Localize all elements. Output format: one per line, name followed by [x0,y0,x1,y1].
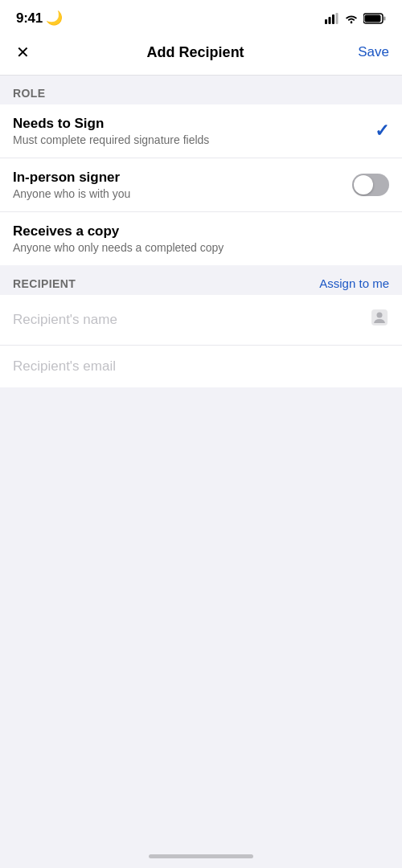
battery-icon [363,13,386,24]
wifi-icon [344,13,359,24]
save-button[interactable]: Save [358,44,389,60]
svg-rect-1 [329,17,331,24]
status-time: 9:41 🌙 [16,10,63,27]
nav-bar: ✕ Add Recipient Save [0,31,402,76]
role-needs-to-sign-title: Needs to Sign [13,116,209,132]
recipient-name-placeholder: Recipient's name [13,312,117,328]
home-indicator [149,854,253,858]
role-receives-copy-title: Receives a copy [13,223,224,240]
svg-rect-7 [365,14,381,22]
role-receives-copy-subtitle: Anyone who only needs a completed copy [13,241,224,254]
role-in-person-title: In-person signer [13,170,130,186]
role-needs-to-sign[interactable]: Needs to Sign Must complete required sig… [0,104,402,158]
recipient-name-field[interactable]: Recipient's name [0,295,402,346]
svg-rect-3 [336,13,338,24]
selected-checkmark: ✓ [375,121,389,141]
status-icons [325,13,386,24]
svg-point-9 [377,313,383,318]
recipient-label: Recipient [13,277,76,290]
role-needs-to-sign-subtitle: Must complete required signature fields [13,133,209,146]
contact-icon [370,308,389,332]
in-person-toggle[interactable] [352,174,389,196]
page-title: Add Recipient [147,44,244,61]
role-options-card: Needs to Sign Must complete required sig… [0,104,402,265]
role-section-header: Role [0,76,402,104]
toggle-thumb [354,175,373,194]
close-button[interactable]: ✕ [13,39,33,65]
role-in-person-signer[interactable]: In-person signer Anyone who is with you [0,158,402,212]
signal-icon [325,13,339,24]
recipient-email-field[interactable]: Recipient's email [0,346,402,387]
svg-rect-2 [332,14,334,24]
recipient-fields-card: Recipient's name Recipient's email [0,295,402,387]
assign-to-me-button[interactable]: Assign to me [319,276,389,290]
status-bar: 9:41 🌙 [0,0,402,31]
role-receives-copy[interactable]: Receives a copy Anyone who only needs a … [0,212,402,265]
bottom-area [0,387,402,709]
moon-icon: 🌙 [43,10,63,26]
svg-rect-6 [384,16,386,20]
recipient-section-header: Recipient Assign to me [0,265,402,295]
role-in-person-subtitle: Anyone who is with you [13,187,130,200]
recipient-email-placeholder: Recipient's email [13,358,116,375]
svg-point-4 [351,21,353,23]
role-needs-to-sign-text: Needs to Sign Must complete required sig… [13,116,209,146]
role-in-person-text: In-person signer Anyone who is with you [13,170,130,200]
role-receives-copy-text: Receives a copy Anyone who only needs a … [13,223,224,254]
svg-rect-0 [325,19,327,24]
